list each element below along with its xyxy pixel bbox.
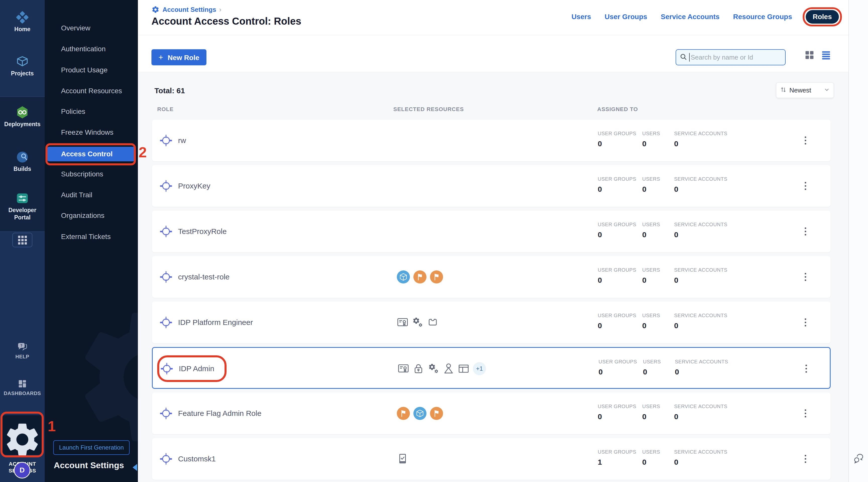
row-menu-kebab-icon[interactable]: [804, 362, 809, 375]
role-row-feature-flag-admin-role[interactable]: Feature Flag Admin Role USER GROUPS 0 US…: [152, 393, 831, 434]
sidebar-item-home[interactable]: Home: [0, 10, 45, 33]
nav-item-external-tickets[interactable]: External Tickets: [61, 233, 111, 241]
sidebar-item-dashboards[interactable]: DASHBOARDS: [0, 378, 45, 396]
access-control-tabs: UsersUser GroupsService AccountsResource…: [571, 8, 839, 25]
assigned-column-label: SERVICE ACCOUNTS: [674, 222, 727, 228]
grid-view-icon[interactable]: [805, 50, 814, 60]
nav-item-audit-trail[interactable]: Audit Trail: [61, 191, 92, 200]
role-row-idp-platform-engineer[interactable]: IDP Platform Engineer USER GROUPS 0 USER…: [152, 302, 831, 343]
role-row-testproxyrole[interactable]: TestProxyRole USER GROUPS 0 USERS 0 SERV…: [152, 211, 831, 252]
sidebar-item-projects[interactable]: Projects: [0, 54, 45, 77]
assigned-count: 0: [642, 276, 660, 284]
role-target-icon: [159, 270, 173, 283]
role-row-crystal-test-role[interactable]: crystal-test-role USER GROUPS 0 USERS 0 …: [152, 256, 831, 298]
selected-resources: [397, 438, 408, 480]
tab-user-groups[interactable]: User Groups: [604, 13, 647, 21]
assigned-service-accounts: SERVICE ACCOUNTS 0: [674, 165, 727, 207]
support-chat-icon[interactable]: [853, 452, 865, 464]
role-row-proxykey[interactable]: ProxyKey USER GROUPS 0 USERS 0 SERVICE A…: [152, 165, 831, 207]
tab-service-accounts[interactable]: Service Accounts: [661, 13, 719, 21]
sort-dropdown[interactable]: Newest: [776, 83, 834, 98]
assigned-count: 0: [598, 140, 636, 148]
row-menu-kebab-icon[interactable]: [803, 270, 808, 284]
sidebar-item-deployments[interactable]: Deployments: [0, 105, 45, 128]
role-name: rw: [178, 120, 186, 161]
assigned-count: 0: [674, 185, 727, 193]
role-target-icon: [159, 225, 173, 238]
row-menu-kebab-icon[interactable]: [803, 452, 808, 466]
assigned-count: 0: [675, 368, 728, 376]
nav-item-product-usage[interactable]: Product Usage: [61, 66, 107, 74]
assigned-column-label: SERVICE ACCOUNTS: [674, 312, 727, 319]
tab-resource-groups[interactable]: Resource Groups: [733, 13, 792, 21]
assigned-count: 0: [642, 322, 660, 330]
nav-item-subscriptions[interactable]: Subscriptions: [61, 170, 103, 179]
new-role-button[interactable]: New Role: [151, 49, 207, 65]
search-input[interactable]: [691, 54, 782, 61]
sidebar-item-account-settings[interactable]: ACCOUNT SETTINGS: [2, 415, 43, 455]
sidebar-item-builds[interactable]: Builds: [0, 150, 45, 173]
row-menu-kebab-icon[interactable]: [803, 315, 808, 329]
assigned-column-label: SERVICE ACCOUNTS: [675, 359, 728, 365]
role-target-icon: [160, 362, 173, 375]
breadcrumb-link[interactable]: Account Settings: [162, 6, 216, 13]
assigned-user-groups: USER GROUPS 0: [598, 120, 636, 161]
nav-item-authentication[interactable]: Authentication: [61, 45, 105, 54]
certificate-icon: [397, 317, 408, 328]
assigned-column-label: USER GROUPS: [598, 176, 636, 182]
more-resources-badge: +1: [473, 362, 486, 375]
nav-item-organizations[interactable]: Organizations: [61, 212, 104, 220]
row-menu-kebab-icon[interactable]: [803, 134, 808, 147]
module-picker-button[interactable]: [12, 233, 32, 247]
assigned-users: USERS 0: [642, 211, 660, 252]
row-menu-kebab-icon[interactable]: [803, 179, 808, 193]
assigned-count: 0: [674, 231, 727, 239]
user-avatar[interactable]: D: [14, 462, 30, 479]
row-menu-kebab-icon[interactable]: [803, 225, 808, 238]
row-menu-kebab-icon[interactable]: [803, 406, 808, 420]
sidebar-item-help[interactable]: ? HELP: [0, 341, 45, 360]
nav-item-policies[interactable]: Policies: [61, 108, 85, 116]
checklist-icon: [397, 453, 408, 465]
nav-item-overview[interactable]: Overview: [61, 24, 90, 33]
collapse-panel-icon[interactable]: [133, 464, 137, 471]
assigned-column-label: USERS: [642, 449, 660, 455]
sidebar-item-label: Projects: [0, 70, 45, 77]
assigned-user-groups: USER GROUPS 0: [598, 256, 636, 298]
nav-item-access-control-active[interactable]: Access Control: [47, 147, 135, 161]
certificate-icon: [398, 363, 409, 374]
launch-first-generation-button[interactable]: Launch First Generation: [53, 440, 130, 455]
nav-panel-title: Account Settings: [54, 460, 124, 470]
assigned-service-accounts: SERVICE ACCOUNTS 0: [674, 302, 727, 343]
sidebar-item-developer-portal[interactable]: Developer Portal: [0, 191, 45, 221]
sidebar-item-label: HELP: [0, 354, 45, 360]
builds-icon: [15, 161, 30, 165]
tab-roles-active[interactable]: Roles: [806, 10, 839, 24]
assigned-column-label: SERVICE ACCOUNTS: [674, 176, 727, 182]
help-chat-icon: ?: [16, 349, 28, 354]
selected-resources: [397, 256, 443, 298]
assigned-count: 0: [598, 185, 636, 193]
deployments-icon: [15, 116, 30, 120]
nav-item-account-resources[interactable]: Account Resources: [61, 87, 122, 95]
module-grid-icon: [18, 236, 27, 244]
role-row-rw[interactable]: rw USER GROUPS 0 USERS 0 SERVICE ACCOUNT…: [152, 120, 831, 161]
column-header-role: ROLE: [157, 106, 174, 113]
page-title: Account Access Control: Roles: [151, 16, 301, 27]
role-name: crystal-test-role: [178, 256, 229, 298]
assigned-column-label: USERS: [642, 176, 660, 182]
assigned-column-label: USERS: [642, 267, 660, 273]
assigned-count: 0: [642, 458, 660, 466]
assigned-users: USERS 0: [642, 438, 660, 480]
assigned-count: 0: [674, 412, 727, 421]
annotation-step-1: 1: [48, 418, 56, 434]
role-name: IDP Platform Engineer: [178, 302, 253, 343]
tab-users[interactable]: Users: [571, 13, 591, 21]
settings-gear-icon: [2, 456, 43, 460]
nav-item-freeze-windows[interactable]: Freeze Windows: [61, 128, 114, 137]
role-row-customsk1[interactable]: Customsk1 USER GROUPS 1 USERS 0 SERVICE …: [152, 438, 831, 480]
list-view-icon[interactable]: [821, 50, 831, 60]
sidebar-item-label: DASHBOARDS: [0, 391, 45, 396]
settings-gear-icon: [151, 5, 159, 13]
role-row-idp-admin[interactable]: IDP Admin+1 USER GROUPS 0 USERS 0 SERVIC…: [152, 347, 831, 389]
